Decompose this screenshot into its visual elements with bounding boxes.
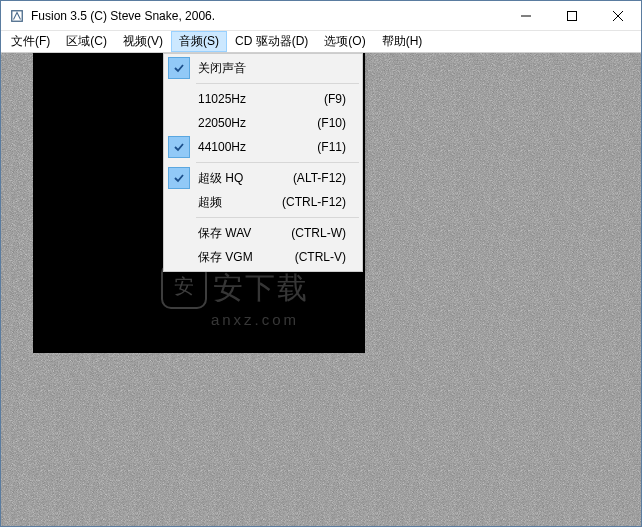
menubar-item-5[interactable]: 选项(O) (316, 31, 373, 52)
menubar-item-3[interactable]: 音频(S) (171, 31, 227, 52)
titlebar: Fusion 3.5 (C) Steve Snake, 2006. (1, 1, 641, 31)
content-area: 安 安下载 anxz.com 关闭声音11025Hz(F9)22050Hz(F1… (1, 53, 641, 526)
menubar-item-1[interactable]: 区域(C) (58, 31, 115, 52)
menu-item-shortcut: (F9) (324, 92, 360, 106)
menu-item-label: 关闭声音 (192, 60, 346, 77)
menubar-item-2[interactable]: 视频(V) (115, 31, 171, 52)
menu-separator (196, 217, 359, 218)
menu-item-10[interactable]: 保存 VGM(CTRL-V) (166, 245, 360, 269)
check-icon (166, 221, 192, 245)
menu-item-label: 超频 (192, 194, 282, 211)
menu-item-shortcut: (ALT-F12) (293, 171, 360, 185)
menu-item-4[interactable]: 44100Hz(F11) (166, 135, 360, 159)
menu-item-6[interactable]: 超级 HQ(ALT-F12) (166, 166, 360, 190)
menu-item-label: 11025Hz (192, 92, 324, 106)
menubar-item-0[interactable]: 文件(F) (3, 31, 58, 52)
menu-item-3[interactable]: 22050Hz(F10) (166, 111, 360, 135)
menu-item-label: 22050Hz (192, 116, 317, 130)
app-icon (9, 8, 25, 24)
menu-separator (196, 162, 359, 163)
menu-item-shortcut: (F10) (317, 116, 360, 130)
check-icon (166, 245, 192, 269)
menu-separator (196, 83, 359, 84)
window-title: Fusion 3.5 (C) Steve Snake, 2006. (31, 9, 503, 23)
menubar-item-4[interactable]: CD 驱动器(D) (227, 31, 316, 52)
menu-item-shortcut: (CTRL-V) (295, 250, 360, 264)
menu-item-shortcut: (CTRL-W) (291, 226, 360, 240)
menu-item-shortcut: (F11) (317, 140, 360, 154)
menu-item-label: 超级 HQ (192, 170, 293, 187)
check-icon (166, 190, 192, 214)
menubar-item-6[interactable]: 帮助(H) (374, 31, 431, 52)
check-icon (168, 167, 190, 189)
menu-item-label: 44100Hz (192, 140, 317, 154)
menu-item-shortcut: (CTRL-F12) (282, 195, 360, 209)
app-window: Fusion 3.5 (C) Steve Snake, 2006. 文件(F)区… (0, 0, 642, 527)
window-controls (503, 1, 641, 30)
svg-rect-2 (568, 11, 577, 20)
menu-item-7[interactable]: 超频(CTRL-F12) (166, 190, 360, 214)
check-icon (168, 136, 190, 158)
menu-item-0[interactable]: 关闭声音 (166, 56, 360, 80)
menu-item-2[interactable]: 11025Hz(F9) (166, 87, 360, 111)
check-icon (166, 87, 192, 111)
menubar: 文件(F)区域(C)视频(V)音频(S)CD 驱动器(D)选项(O)帮助(H) (1, 31, 641, 53)
close-button[interactable] (595, 1, 641, 30)
menu-item-9[interactable]: 保存 WAV(CTRL-W) (166, 221, 360, 245)
menu-item-label: 保存 WAV (192, 225, 291, 242)
audio-menu-dropdown: 关闭声音11025Hz(F9)22050Hz(F10)44100Hz(F11)超… (163, 53, 363, 272)
check-icon (166, 111, 192, 135)
check-icon (168, 57, 190, 79)
minimize-button[interactable] (503, 1, 549, 30)
maximize-button[interactable] (549, 1, 595, 30)
menu-item-label: 保存 VGM (192, 249, 295, 266)
